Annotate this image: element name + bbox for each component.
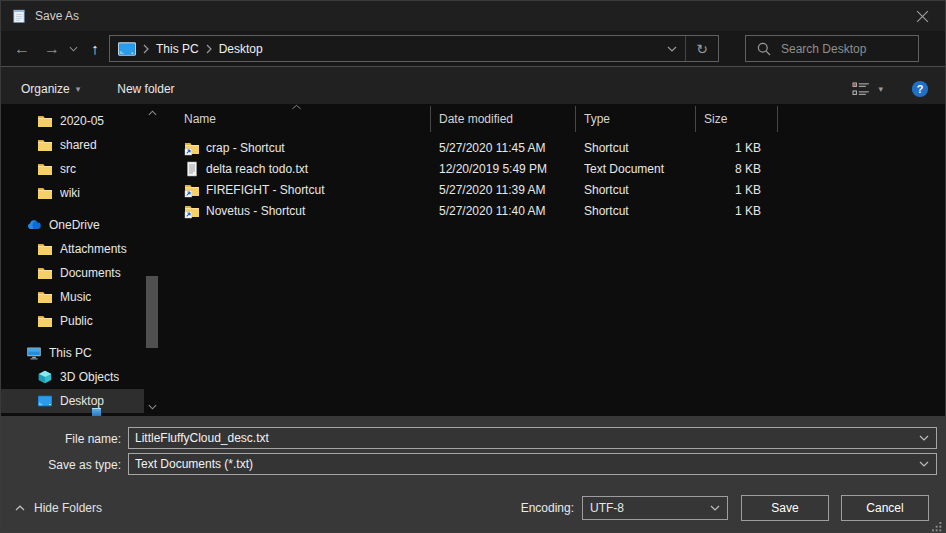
chevron-down-icon[interactable]	[912, 435, 936, 441]
sidebar-item-desktop[interactable]: Desktop	[1, 389, 144, 413]
sort-ascending-icon	[161, 104, 431, 110]
column-header-name[interactable]: Name	[161, 106, 431, 132]
organize-label: Organize	[21, 82, 70, 96]
sidebar-item-shared[interactable]: shared	[1, 133, 144, 157]
scroll-up-icon[interactable]	[145, 106, 159, 120]
size-cell: 1 KB	[696, 141, 778, 155]
file-row[interactable]: Novetus - Shortcut 5/27/2020 11:40 AM Sh…	[161, 200, 945, 221]
file-row[interactable]: crap - Shortcut 5/27/2020 11:45 AM Short…	[161, 137, 945, 158]
sidebar-item-onedrive[interactable]: OneDrive	[1, 213, 144, 237]
desktop-location-icon	[118, 42, 136, 56]
scrollbar-thumb[interactable]	[146, 276, 158, 348]
new-folder-button[interactable]: New folder	[117, 82, 174, 96]
address-dropdown-chevron-icon[interactable]	[659, 36, 685, 61]
type-cell: Shortcut	[576, 183, 696, 197]
file-name-input[interactable]	[129, 431, 912, 445]
sidebar-item-label: shared	[60, 138, 97, 152]
chevron-down-icon[interactable]	[912, 461, 936, 467]
view-options-chevron-icon[interactable]: ▾	[878, 84, 883, 94]
breadcrumb-desktop[interactable]: Desktop	[219, 42, 263, 56]
save-as-dialog: Save As ← → ↑ This PC Desktop	[0, 0, 946, 533]
new-folder-label: New folder	[117, 82, 174, 96]
folder-icon	[37, 137, 53, 153]
file-row[interactable]: FIREFIGHT - Shortcut 5/27/2020 11:39 AM …	[161, 179, 945, 200]
file-name-cell: FIREFIGHT - Shortcut	[161, 182, 431, 198]
sidebar-item-label: 3D Objects	[60, 370, 119, 384]
refresh-icon[interactable]: ↻	[686, 36, 718, 61]
encoding-value: UTF-8	[583, 501, 703, 515]
hide-folders-button[interactable]: Hide Folders	[15, 495, 102, 521]
date-modified-cell: 5/27/2020 11:40 AM	[431, 204, 576, 218]
chevron-right-icon	[143, 44, 149, 54]
column-header-type[interactable]: Type	[576, 106, 696, 132]
save-button[interactable]: Save	[741, 495, 829, 521]
file-name-text: delta reach todo.txt	[206, 162, 308, 176]
column-header-size[interactable]: Size	[696, 106, 778, 132]
search-input[interactable]	[781, 42, 918, 56]
cancel-button[interactable]: Cancel	[841, 495, 929, 521]
sidebar-item-documents[interactable]: Documents	[1, 261, 144, 285]
encoding-select[interactable]: UTF-8	[582, 496, 728, 520]
date-modified-cell: 5/27/2020 11:45 AM	[431, 141, 576, 155]
resize-grip[interactable]	[932, 521, 942, 531]
sidebar-item-label: Documents	[60, 266, 121, 280]
text-document-icon	[184, 161, 200, 177]
up-icon[interactable]: ↑	[83, 31, 107, 66]
file-name-cell: delta reach todo.txt	[161, 161, 431, 177]
folder-tree: 2020-05 shared src wiki OneDrive Attachm…	[1, 104, 161, 416]
size-cell: 1 KB	[696, 204, 778, 218]
column-header-date-modified[interactable]: Date modified	[431, 106, 576, 132]
file-name-label: File name:	[1, 432, 121, 446]
sidebar-item-label: 2020-05	[60, 114, 104, 128]
date-modified-cell: 12/20/2019 5:49 PM	[431, 162, 576, 176]
sidebar-item-label: Attachments	[60, 242, 127, 256]
hide-folders-label: Hide Folders	[34, 501, 102, 515]
sidebar-item-public[interactable]: Public	[1, 309, 144, 333]
svg-text:?: ?	[917, 82, 924, 94]
sidebar-item-music[interactable]: Music	[1, 285, 144, 309]
sidebar-item-src[interactable]: src	[1, 157, 144, 181]
bottom-panel: File name: Save as type: Text Documents …	[1, 416, 945, 533]
folder-shortcut-icon	[184, 203, 200, 219]
file-list: Name Date modified Type Size crap - Shor…	[161, 104, 945, 416]
column-label: Name	[184, 112, 216, 126]
chevron-down-icon	[703, 505, 727, 511]
save-as-type-combo[interactable]: Text Documents (*.txt)	[128, 453, 937, 475]
type-cell: Text Document	[576, 162, 696, 176]
address-bar[interactable]: This PC Desktop ↻	[109, 35, 719, 62]
chevron-down-icon: ▾	[76, 84, 81, 94]
save-as-type-value: Text Documents (*.txt)	[129, 457, 912, 471]
file-row[interactable]: delta reach todo.txt 12/20/2019 5:49 PM …	[161, 158, 945, 179]
size-cell: 8 KB	[696, 162, 778, 176]
folder-icon	[37, 185, 53, 201]
sidebar-item-this-pc[interactable]: This PC	[1, 341, 144, 365]
size-cell: 1 KB	[696, 183, 778, 197]
column-label: Date modified	[439, 112, 513, 126]
file-name-combo[interactable]	[128, 427, 937, 449]
breadcrumb-this-pc[interactable]: This PC	[156, 42, 199, 56]
column-label: Size	[704, 112, 727, 126]
sidebar-scrollbar[interactable]	[145, 104, 159, 416]
folder-icon	[37, 265, 53, 281]
sidebar-item-2020-05[interactable]: 2020-05	[1, 109, 144, 133]
file-name-text: FIREFIGHT - Shortcut	[206, 183, 324, 197]
column-label: Type	[584, 112, 610, 126]
organize-button[interactable]: Organize ▾	[21, 82, 80, 96]
date-modified-cell: 5/27/2020 11:39 AM	[431, 183, 576, 197]
sidebar-item-wiki[interactable]: wiki	[1, 181, 144, 205]
details-view-icon[interactable]	[852, 82, 870, 96]
sidebar-item-3d-objects[interactable]: 3D Objects	[1, 365, 144, 389]
navigation-bar: ← → ↑ This PC Desktop ↻	[1, 31, 945, 66]
sidebar-item-label: wiki	[60, 186, 80, 200]
search-box[interactable]	[745, 35, 919, 62]
back-icon[interactable]: ←	[9, 31, 35, 66]
sidebar-item-label: Music	[60, 290, 91, 304]
sidebar-item-label: src	[60, 162, 76, 176]
main-area: 2020-05 shared src wiki OneDrive Attachm…	[1, 104, 945, 416]
forward-icon[interactable]: →	[39, 31, 65, 66]
scroll-down-icon[interactable]	[145, 400, 159, 414]
sidebar-item-attachments[interactable]: Attachments	[1, 237, 144, 261]
close-icon[interactable]	[907, 1, 937, 31]
help-icon[interactable]: ?	[911, 80, 929, 98]
recent-locations-chevron-icon[interactable]	[65, 31, 81, 66]
